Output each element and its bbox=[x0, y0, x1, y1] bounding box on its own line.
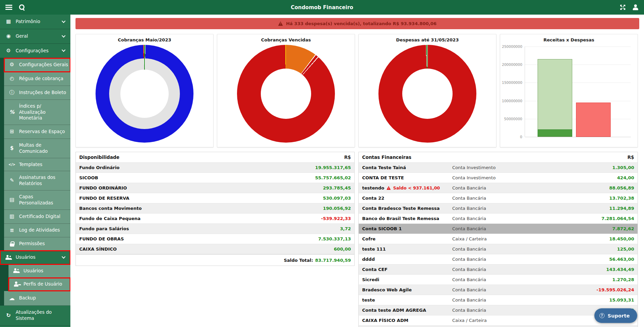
sidebar-item-label: Patrimônio bbox=[16, 19, 57, 25]
fund-name: Fundo de Caixa Pequena bbox=[79, 216, 283, 221]
fund-balance: 19.955.317,65 bbox=[283, 165, 351, 170]
table-row: CAIXA SÍNDICO600,00 bbox=[76, 244, 354, 254]
sidebar-item-multas-de-comunicado[interactable]: $Multas de Comunicado bbox=[4, 139, 70, 158]
account-balance: 56.463,00 bbox=[566, 257, 634, 262]
table-row[interactable]: Conta Teste TaináConta Investimento1.305… bbox=[359, 162, 638, 172]
sidebar-item-label: Assinaturas dos Relatórios bbox=[19, 175, 68, 187]
user-icon[interactable] bbox=[632, 4, 639, 10]
table-row[interactable]: ddddConta Bancária56.463,00 bbox=[359, 254, 638, 264]
card-icon: ▤ bbox=[8, 197, 16, 203]
table-header: Contas FinanceirasR$ bbox=[359, 152, 638, 162]
fund-balance: 293.785,45 bbox=[283, 185, 351, 190]
account-name: Conta teste ADM AGREGA bbox=[362, 308, 452, 313]
question-icon: ? bbox=[599, 313, 605, 318]
table-row[interactable]: Teste BS2Conta Bancária1.100,00 bbox=[359, 325, 638, 327]
table-title: Contas Financeiras bbox=[362, 155, 566, 160]
fund-balance: -539.922,33 bbox=[283, 216, 351, 221]
sidebar-item-atualizacoes-do-sistema[interactable]: ↻Atualizações do Sistema bbox=[0, 306, 70, 326]
donut-chart-cobrancas-vencidas bbox=[237, 45, 335, 143]
table-row: Fundo de Caixa Pequena-539.922,33 bbox=[76, 213, 354, 223]
sidebar-item-usuarios[interactable]: Usuários bbox=[0, 251, 70, 265]
sidebar-item-perfis-de-usuario[interactable]: Perfis de Usuário bbox=[9, 278, 70, 291]
account-type: Conta Bancária bbox=[452, 226, 566, 231]
table-row[interactable]: Conta CEFConta Bancária143.434,49 bbox=[359, 264, 638, 274]
fund-name: Bancos conta Movimento bbox=[79, 206, 283, 211]
account-type: Conta Bancária bbox=[452, 196, 566, 201]
table-row[interactable]: testendo!Saldo < 937.161,00Conta Bancári… bbox=[359, 183, 638, 193]
donut-chart-despesas bbox=[378, 45, 476, 143]
sidebar-item-label: Usuários bbox=[23, 268, 68, 274]
sidebar-item-permissoes[interactable]: Permissões bbox=[4, 237, 70, 251]
sidebar-item-patrimonio[interactable]: ▦Patrimônio bbox=[0, 15, 70, 29]
menu-icon[interactable] bbox=[5, 5, 12, 10]
account-balance: 15.093,31 bbox=[566, 297, 634, 303]
sidebar-item-usuarios[interactable]: Usuários bbox=[9, 265, 70, 278]
account-balance: 1.270,28 bbox=[566, 277, 634, 282]
total-row: Saldo Total:83.717.940,59 bbox=[76, 254, 354, 266]
account-name: teste bbox=[362, 297, 452, 303]
table-row[interactable]: CofreCaixa / Carteira18.450,00 bbox=[359, 234, 638, 244]
sidebar-item-capas-personalizadas[interactable]: ▤Capas Personalizadas bbox=[4, 190, 70, 210]
info-icon: ⓘ bbox=[8, 89, 16, 96]
account-type: Caixa / Carteira bbox=[452, 236, 566, 241]
bar-segment bbox=[538, 129, 572, 137]
sidebar-item-templates[interactable]: </>Templates bbox=[4, 158, 70, 171]
table-row[interactable]: Bradesco Web AgileConta Bancária-19.595.… bbox=[359, 285, 638, 295]
sidebar-item-indices-p-atualizacao-monetaria[interactable]: %Índices p/ Atualização Monetária bbox=[4, 100, 70, 125]
account-type: Conta Bancária bbox=[452, 287, 566, 292]
total-label: Saldo Total: bbox=[284, 258, 313, 263]
account-type: Conta Bancária bbox=[452, 267, 566, 272]
table-row[interactable]: Banco do Brasil Teste RemessaConta Bancá… bbox=[359, 213, 638, 223]
sidebar-item-backup[interactable]: ☁Backup bbox=[4, 291, 70, 306]
table-row[interactable]: teste 111Conta Bancária125,00 bbox=[359, 244, 638, 254]
table-row[interactable]: SicrediConta Bancária1.270,28 bbox=[359, 274, 638, 285]
fullscreen-icon[interactable] bbox=[620, 4, 626, 10]
account-balance: 143.434,49 bbox=[566, 267, 634, 272]
gears-icon: ⚙ bbox=[8, 61, 16, 68]
sidebar-item-regua-de-cobranca[interactable]: ◴Régua de cobrança bbox=[4, 72, 70, 86]
sidebar-item-label: Geral bbox=[16, 33, 57, 39]
sidebar-item-suporte[interactable]: ?Suporte bbox=[0, 326, 70, 327]
chart-cards-row: Cobranças Maio/2023 Cobranças Vencidas bbox=[75, 34, 639, 147]
table-row[interactable]: CONTA DE TESTEConta Investimento424,00 bbox=[359, 172, 638, 183]
account-balance: 13.702,38 bbox=[566, 196, 634, 201]
bar-despesas bbox=[576, 103, 611, 137]
sidebar-item-label: Templates bbox=[19, 162, 68, 168]
sidebar-item-configuracoes[interactable]: ⚙Configurações bbox=[0, 44, 70, 58]
table-row[interactable]: Conta Bradesco Teste RemessaConta Bancár… bbox=[359, 203, 638, 213]
fund-name: FUNDO DE OBRAS bbox=[79, 236, 283, 241]
idcard-icon: ▥ bbox=[8, 213, 16, 220]
account-balance: 1.305,00 bbox=[566, 165, 634, 170]
content: ! Há 333 despesa(s) vencida(s), totaliza… bbox=[70, 15, 644, 327]
clock-icon: ◴ bbox=[8, 75, 16, 82]
gridline bbox=[525, 137, 631, 137]
table-row[interactable]: Conta 22Conta Bancária13.702,38 bbox=[359, 193, 638, 203]
user-gear-icon bbox=[13, 281, 20, 287]
sidebar-item-configuracoes-gerais[interactable]: ⚙Configurações Gerais bbox=[4, 58, 70, 72]
tables-row: DisponibilidadeR$Fundo Ordinário19.955.3… bbox=[75, 152, 639, 327]
account-balance: -19.595.026,24 bbox=[566, 287, 634, 292]
table-row: Fundo Ordinário19.955.317,65 bbox=[76, 162, 354, 172]
sidebar-item-certificado-digital[interactable]: ▥Certificado Digital bbox=[4, 210, 70, 224]
sidebar-item-assinaturas-dos-relatorios[interactable]: ✎Assinaturas dos Relatórios bbox=[4, 171, 70, 190]
table-row: Bancos conta Movimento190.056,92 bbox=[76, 203, 354, 213]
table-row[interactable]: Conta SICOOB 1Conta Bancária7.872,62 bbox=[359, 223, 638, 234]
sidebar-item-log-de-atividades[interactable]: ≡Log de Atividades bbox=[4, 224, 70, 238]
support-button[interactable]: ? Suporte bbox=[594, 308, 637, 323]
sidebar-item-geral[interactable]: ◉Geral bbox=[0, 29, 70, 44]
search-icon[interactable] bbox=[19, 4, 25, 11]
table-row: FUNDO DE OBRAS7.530.337,13 bbox=[76, 234, 354, 244]
sidebar-item-label: Atualizações do Sistema bbox=[16, 309, 68, 322]
fund-balance: 530.097,03 bbox=[283, 196, 351, 201]
account-balance: 125,00 bbox=[566, 247, 634, 252]
sidebar-item-instrucoes-de-boleto[interactable]: ⓘInstruções de Boleto bbox=[4, 86, 70, 100]
account-type: Conta Bancária bbox=[452, 206, 566, 211]
y-axis-tick-label: 200000000 bbox=[502, 62, 522, 67]
sidebar-item-label: Perfis de Usuário bbox=[23, 281, 68, 287]
account-balance: 7.872,62 bbox=[566, 226, 634, 231]
y-axis-tick-label: 0 bbox=[502, 135, 522, 139]
sidebar-item-reservas-de-espaco[interactable]: ⊞Reservas de Espaço bbox=[4, 125, 70, 139]
lock-icon bbox=[8, 241, 16, 247]
table-row[interactable]: testeConta Bancária15.093,31 bbox=[359, 295, 638, 305]
balance-warning-text: Saldo < 937.161,00 bbox=[393, 185, 440, 190]
